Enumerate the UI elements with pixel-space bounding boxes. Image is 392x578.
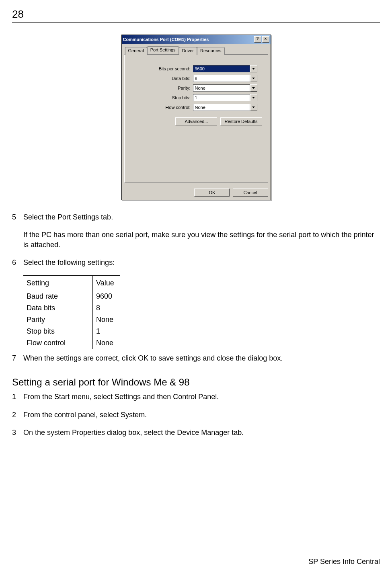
step-number: 5 xyxy=(12,212,23,226)
table-cell: Parity xyxy=(23,314,93,326)
cancel-button[interactable]: Cancel xyxy=(233,189,268,197)
stop-bits-value: 1 xyxy=(193,94,250,101)
dropdown-icon[interactable] xyxy=(250,84,257,92)
table-cell: Stop bits xyxy=(23,326,93,337)
svg-marker-1 xyxy=(252,78,255,79)
table-cell: 8 xyxy=(93,302,120,314)
table-header-setting: Setting xyxy=(23,276,93,291)
section-heading: Setting a serial port for Windows Me & 9… xyxy=(12,377,380,388)
bits-per-second-select[interactable]: 9600 xyxy=(193,65,257,72)
tab-general[interactable]: General xyxy=(125,47,147,55)
dropdown-icon[interactable] xyxy=(250,94,257,101)
dropdown-icon[interactable] xyxy=(250,104,257,111)
table-header-value: Value xyxy=(93,276,120,291)
table-cell: 1 xyxy=(93,326,120,337)
step-number: 2 xyxy=(12,410,23,424)
flow-control-label: Flow control: xyxy=(130,105,193,110)
step-number: 6 xyxy=(12,258,23,271)
step-2-3: 3 On the system Properties dialog box, s… xyxy=(12,428,380,441)
step-7: 7 When the settings are correct, click O… xyxy=(12,353,380,367)
data-bits-select[interactable]: 8 xyxy=(193,75,257,82)
restore-defaults-button[interactable]: Restore Defaults xyxy=(220,117,262,125)
dropdown-icon[interactable] xyxy=(250,65,257,72)
tab-port-settings[interactable]: Port Settings xyxy=(147,46,179,54)
parity-select[interactable]: None xyxy=(193,84,257,92)
dialog-title: Communications Port (COM1) Properties xyxy=(123,37,253,42)
step-text: Select the following settings: xyxy=(23,258,380,267)
dialog-figure: Communications Port (COM1) Properties ? … xyxy=(12,35,380,200)
footer-text: SP Series Info Central xyxy=(308,558,380,566)
step-number: 7 xyxy=(12,353,23,367)
settings-table: Setting Value Baud rate 9600 Data bits 8… xyxy=(23,275,120,349)
tab-resources[interactable]: Resources xyxy=(197,47,225,55)
step-6: 6 Select the following settings: xyxy=(12,258,380,271)
step-2-1: 1 From the Start menu, select Settings a… xyxy=(12,392,380,406)
table dat-cell: None xyxy=(93,314,120,326)
properties-dialog: Communications Port (COM1) Properties ? … xyxy=(121,35,271,200)
step-text: From the control panel, select System. xyxy=(23,410,380,420)
header-rule xyxy=(12,22,380,23)
table-cell: Flow control xyxy=(23,337,93,349)
tab-driver[interactable]: Driver xyxy=(179,47,197,55)
step-text: On the system Properties dialog box, sel… xyxy=(23,428,380,437)
svg-marker-4 xyxy=(252,107,255,108)
stop-bits-label: Stop bits: xyxy=(130,95,193,100)
page-number: 28 xyxy=(12,8,380,20)
table-cell: None xyxy=(93,337,120,349)
step-text: Select the Port Settings tab. xyxy=(23,212,380,222)
step-number: 1 xyxy=(12,392,23,406)
help-button[interactable]: ? xyxy=(254,36,261,43)
svg-marker-3 xyxy=(252,97,255,98)
step-note-text: If the PC has more than one serial port,… xyxy=(23,230,380,250)
step-5: 5 Select the Port Settings tab. xyxy=(12,212,380,226)
bits-per-second-label: Bits per second: xyxy=(130,66,193,71)
step-2-2: 2 From the control panel, select System. xyxy=(12,410,380,424)
flow-control-value: None xyxy=(193,104,250,111)
bits-per-second-value: 9600 xyxy=(193,65,250,72)
close-button[interactable]: × xyxy=(262,36,269,43)
step-text: When the settings are correct, click OK … xyxy=(23,353,380,363)
step-text: From the Start menu, select Settings and… xyxy=(23,392,380,402)
parity-value: None xyxy=(193,84,250,92)
advanced-button[interactable]: Advanced... xyxy=(175,117,217,125)
ok-button[interactable]: OK xyxy=(194,189,230,197)
data-bits-label: Data bits: xyxy=(130,76,193,81)
parity-label: Parity: xyxy=(130,86,193,90)
step-number: 3 xyxy=(12,428,23,441)
tab-strip: General Port Settings Driver Resources xyxy=(124,46,268,54)
data-bits-value: 8 xyxy=(193,75,250,82)
svg-marker-2 xyxy=(252,87,255,89)
dialog-titlebar: Communications Port (COM1) Properties ? … xyxy=(122,35,271,44)
table-cell: Baud rate xyxy=(23,291,93,302)
table-cell: Data bits xyxy=(23,302,93,314)
step-5-note: If the PC has more than one serial port,… xyxy=(12,230,380,254)
dropdown-icon[interactable] xyxy=(250,75,257,82)
svg-marker-0 xyxy=(252,68,255,70)
flow-control-select[interactable]: None xyxy=(193,104,257,111)
stop-bits-select[interactable]: 1 xyxy=(193,94,257,101)
tab-panel: Bits per second: 9600 Data bits: xyxy=(124,54,268,183)
table-cell: 9600 xyxy=(93,291,120,302)
